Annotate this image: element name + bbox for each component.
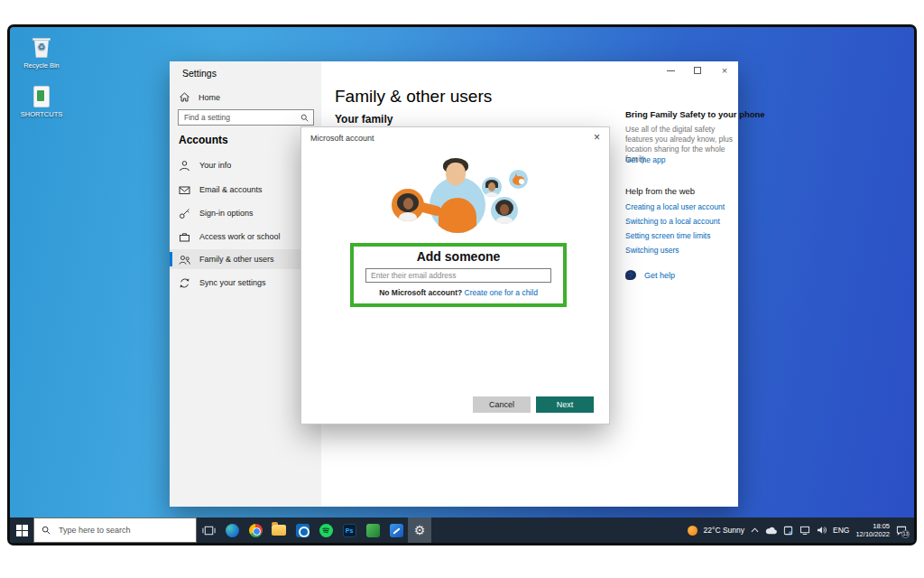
recycle-bin-icon: ♻ <box>31 36 52 60</box>
weather-text[interactable]: 22°C Sunny <box>704 526 744 535</box>
clock[interactable]: 18:05 12/10/2022 <box>855 522 890 538</box>
home-icon <box>179 91 190 103</box>
time-text: 18:05 <box>855 522 890 530</box>
help-link-screen-time-limits[interactable]: Setting screen time limits <box>625 231 710 240</box>
sidebar-item-label: Your info <box>199 161 231 170</box>
key-icon <box>179 208 190 219</box>
get-help-icon: ? <box>625 270 636 280</box>
help-link-switch-local-account[interactable]: Switching to a local account <box>625 217 720 226</box>
search-icon <box>300 114 309 122</box>
taskbar-app-spotify[interactable] <box>314 517 337 543</box>
search-input[interactable] <box>179 113 300 122</box>
envelope-icon <box>179 184 190 196</box>
taskbar-searchbox[interactable] <box>33 517 197 543</box>
blue-app-icon <box>390 524 403 537</box>
date-text: 12/10/2022 <box>855 530 890 538</box>
gear-icon: ⚙ <box>414 524 426 536</box>
search-icon <box>42 526 51 535</box>
illustration-woman-orange <box>392 189 424 221</box>
no-account-text: No Microsoft account? <box>379 288 462 297</box>
edge-icon <box>226 524 239 537</box>
action-center-button[interactable]: 13 <box>896 526 907 536</box>
help-from-web-header: Help from the web <box>625 186 695 196</box>
taskbar-app-blue[interactable] <box>384 517 408 543</box>
taskbar-app-edge[interactable] <box>220 517 244 543</box>
window-title: Settings <box>182 68 217 79</box>
illustration-main-person <box>430 177 485 233</box>
weather-icon[interactable] <box>688 526 698 536</box>
desktop-icon-recycle-bin[interactable]: ♻ Recycle Bin <box>15 36 68 70</box>
security-tray-button[interactable] <box>783 526 793 536</box>
onedrive-tray-button[interactable] <box>765 527 777 535</box>
window-controls: × <box>657 61 738 79</box>
desktop-icon-label: Recycle Bin <box>15 61 68 70</box>
illustration-woman <box>491 197 518 224</box>
taskbar-app-chrome[interactable] <box>244 517 267 543</box>
maximize-button[interactable] <box>684 61 711 79</box>
taskbar-app-file-explorer[interactable] <box>267 517 291 543</box>
task-view-button[interactable] <box>197 517 220 543</box>
help-link-switching-users[interactable]: Switching users <box>625 246 679 255</box>
photoshop-icon: Ps <box>343 524 356 537</box>
language-indicator[interactable]: ENG <box>833 526 849 535</box>
sidebar-item-label: Access work or school <box>199 232 281 241</box>
task-view-icon <box>202 525 216 536</box>
taskbar-app-settings[interactable]: ⚙ <box>408 517 431 543</box>
outlook-icon <box>296 524 310 537</box>
volume-tray-button[interactable] <box>817 526 827 535</box>
sidebar-section-header: Accounts <box>179 134 228 146</box>
chevron-up-icon <box>751 527 759 533</box>
desktop-icon-label: SHORTCUTS <box>15 110 68 118</box>
person-icon <box>179 160 190 172</box>
sidebar-item-sign-in-options[interactable]: Sign-in options <box>170 203 321 223</box>
add-someone-highlight-box: Add someone No Microsoft account? Create… <box>350 243 567 307</box>
next-button[interactable]: Next <box>536 396 594 413</box>
sidebar-item-label: Email & accounts <box>199 185 263 194</box>
get-the-app-link[interactable]: Get the app <box>625 155 665 164</box>
start-button[interactable] <box>10 517 33 543</box>
sidebar-item-home[interactable]: Home <box>179 91 220 103</box>
email-field[interactable] <box>365 268 551 283</box>
page-title: Family & other users <box>335 87 492 107</box>
sync-icon <box>179 277 190 289</box>
add-someone-heading: Add someone <box>354 249 563 264</box>
notification-badge: 13 <box>901 530 910 538</box>
sidebar-item-access-work-school[interactable]: Access work or school <box>170 227 321 247</box>
network-tray-button[interactable] <box>799 526 810 535</box>
desktop-icon-shortcuts[interactable]: SHORTCUTS <box>15 85 68 118</box>
file-explorer-icon <box>272 525 286 536</box>
sidebar-item-label: Sync your settings <box>199 278 266 287</box>
chrome-icon <box>249 524 263 537</box>
taskbar-app-green[interactable] <box>361 517 384 543</box>
help-link-local-user-account[interactable]: Creating a local user account <box>625 202 725 211</box>
sidebar-item-your-info[interactable]: Your info <box>170 155 321 175</box>
cloud-icon <box>765 527 777 535</box>
spotify-icon <box>319 524 333 537</box>
microsoft-account-dialog: Microsoft account × Add someone <box>300 126 610 424</box>
close-button[interactable]: × <box>711 61 738 79</box>
briefcase-icon <box>179 231 190 243</box>
sidebar-home-label: Home <box>199 93 220 102</box>
promo-title: Bring Family Safety to your phone <box>625 109 765 119</box>
windows-logo-icon <box>16 525 28 536</box>
taskbar-app-photoshop[interactable]: Ps <box>337 517 361 543</box>
taskbar: Ps ⚙ 22°C Sunny <box>10 517 914 543</box>
minimize-icon <box>667 70 675 71</box>
create-child-account-link[interactable]: Create one for a child <box>465 288 538 297</box>
minimize-button[interactable] <box>657 61 684 79</box>
find-a-setting-searchbox[interactable] <box>178 109 314 126</box>
system-tray: 22°C Sunny ENG <box>688 522 914 538</box>
get-help-label: Get help <box>644 271 675 280</box>
shield-icon <box>783 526 793 536</box>
show-hidden-icons-button[interactable] <box>751 527 759 533</box>
sidebar-item-email-accounts[interactable]: Email & accounts <box>170 180 321 200</box>
taskbar-search-input[interactable] <box>57 525 196 536</box>
taskbar-app-outlook[interactable] <box>291 517 314 543</box>
cancel-button[interactable]: Cancel <box>473 396 531 413</box>
sidebar-item-family-other-users[interactable]: Family & other users <box>170 249 321 269</box>
sidebar-item-label: Family & other users <box>199 255 274 264</box>
sidebar-item-label: Sign-in options <box>199 209 254 218</box>
get-help-link[interactable]: ? Get help <box>625 270 675 280</box>
section-title: Your family <box>335 113 393 126</box>
sidebar-item-sync-settings[interactable]: Sync your settings <box>170 273 321 293</box>
